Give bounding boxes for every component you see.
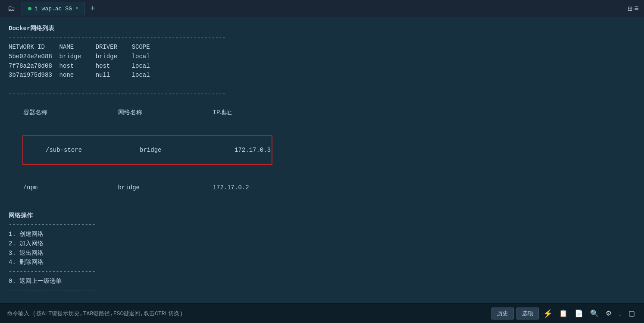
separator-5: ------------------------ — [9, 267, 635, 277]
menu-icon[interactable]: ≡ — [634, 4, 639, 13]
menu-item-2: 2. 加入网络 — [9, 239, 635, 249]
separator-2 — [9, 80, 635, 90]
bottom-buttons: 历史 选项 ⚡ 📋 📄 🔍 ⚙ ↓ ▢ — [491, 307, 637, 320]
grid-icon[interactable]: ⊞ — [628, 4, 632, 13]
options-button[interactable]: 选项 — [516, 307, 539, 320]
container-row-1: /npmbridge172.17.0.2 — [9, 174, 635, 202]
terminal-area: Docker网络列表 -----------------------------… — [0, 17, 644, 303]
blank-line-1 — [9, 202, 635, 211]
container-row-0: /sub-storebridge172.17.0.3 — [9, 127, 635, 174]
ip-col-header: IP地址 — [213, 109, 232, 116]
settings-icon[interactable]: ⚙ — [603, 308, 614, 318]
network-col-header: 网络名称 — [118, 108, 213, 118]
menu-item-4: 4. 删除网络 — [9, 258, 635, 267]
network-table-header: NETWORK ID NAME DRIVER SCOPE — [9, 43, 635, 52]
menu-item-back: 0. 返回上一级选单 — [9, 277, 635, 286]
history-button[interactable]: 历史 — [491, 307, 514, 320]
input-prompt-line: 请输入你的选择： — [9, 295, 635, 303]
copy-icon[interactable]: 📋 — [557, 308, 570, 318]
container-col-header: 容器名称 — [23, 108, 118, 118]
network-row-0: 5be024e2e088 bridge bridge local — [9, 52, 635, 62]
container-table-header: 容器名称网络名称IP地址 — [9, 99, 635, 127]
tab-bar: 🗂 1 wap.ac SG × + ⊞ ≡ — [0, 0, 644, 17]
tab-close-button[interactable]: × — [75, 6, 78, 12]
docker-title: Docker网络列表 — [9, 24, 635, 34]
highlighted-container-row: /sub-storebridge172.17.0.3 — [23, 136, 272, 164]
active-tab[interactable]: 1 wap.ac SG × — [22, 2, 85, 16]
network-row-2: 3b7a1975d983 none null local — [9, 71, 635, 80]
paste-icon[interactable]: 📄 — [572, 308, 585, 318]
download-icon[interactable]: ↓ — [616, 308, 624, 319]
menu-item-1: 1. 创建网络 — [9, 230, 635, 239]
tab-bar-left: 🗂 1 wap.ac SG × + — [3, 2, 628, 16]
network-row-1: 7f78a2a78d08 host host local — [9, 62, 635, 71]
bottom-hint: 命令输入 (按ALT键提示历史,TAB键路径,ESC键返回,双击CTRL切换) — [7, 310, 491, 317]
tab-bar-right: ⊞ ≡ — [628, 4, 644, 13]
separator-1: ----------------------------------------… — [9, 34, 635, 43]
window-icon[interactable]: ▢ — [626, 308, 637, 318]
tab-status-dot — [28, 7, 31, 10]
ops-title: 网络操作 — [9, 211, 635, 221]
separator-6: ------------------------ — [9, 286, 635, 295]
search-icon[interactable]: 🔍 — [588, 308, 601, 318]
bottom-bar: 命令输入 (按ALT键提示历史,TAB键路径,ESC键返回,双击CTRL切换) … — [0, 303, 644, 323]
folder-icon[interactable]: 🗂 — [3, 4, 20, 13]
tab-add-button[interactable]: + — [87, 3, 99, 13]
menu-item-3: 3. 退出网络 — [9, 249, 635, 258]
lightning-icon[interactable]: ⚡ — [541, 308, 554, 319]
tab-label: 1 wap.ac SG — [35, 6, 72, 12]
separator-3: ----------------------------------------… — [9, 90, 635, 99]
separator-4: ------------------------ — [9, 220, 635, 230]
